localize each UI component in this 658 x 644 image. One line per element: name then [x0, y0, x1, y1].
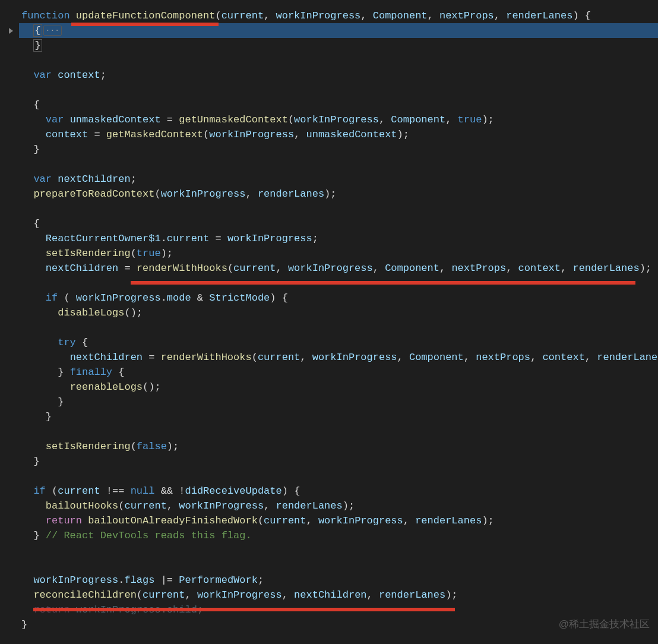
brace-close: }: [33, 530, 39, 541]
line-content[interactable]: [19, 53, 658, 68]
line-content[interactable]: reconcileChildren(current, workInProgres…: [19, 588, 658, 602]
indent: [21, 218, 33, 229]
line-content[interactable]: prepareToReadContext(workInProgress, ren…: [19, 187, 658, 201]
code-line[interactable]: if (current !== null && !didReceiveUpdat…: [0, 484, 658, 498]
line-content[interactable]: [19, 320, 658, 335]
line-content[interactable]: nextChildren = renderWithHooks(current, …: [19, 261, 658, 276]
code-line[interactable]: [0, 201, 658, 216]
code-line[interactable]: nextChildren = renderWithHooks(current, …: [0, 261, 658, 276]
line-content[interactable]: setIsRendering(true);: [19, 246, 658, 261]
line-content[interactable]: nextChildren = renderWithHooks(current, …: [19, 350, 658, 365]
code-line[interactable]: setIsRendering(false);: [0, 439, 658, 454]
code-line[interactable]: return bailoutOnAlreadyFinishedWork(curr…: [0, 513, 658, 528]
space: [112, 367, 118, 378]
gutter: [0, 305, 19, 320]
code-line[interactable]: workInProgress.flags |= PerformedWork;: [0, 573, 658, 588]
line-content[interactable]: }: [19, 142, 658, 157]
code-line[interactable]: [0, 157, 658, 172]
line-content[interactable]: {: [19, 97, 658, 112]
line-content[interactable]: function updateFunctionComponent(current…: [19, 8, 658, 23]
gutter: [0, 558, 19, 573]
line-content[interactable]: }: [19, 409, 658, 424]
code-line[interactable]: [0, 558, 658, 573]
line-content[interactable]: }: [19, 38, 658, 53]
code-line[interactable]: [0, 83, 658, 97]
line-content[interactable]: {: [19, 216, 658, 231]
fold-caret-icon[interactable]: [0, 23, 19, 38]
code-line[interactable]: [0, 469, 658, 484]
code-line[interactable]: [0, 320, 658, 335]
line-content[interactable]: [19, 558, 658, 573]
code-line[interactable]: setIsRendering(true);: [0, 246, 658, 261]
line-content[interactable]: if (current !== null && !didReceiveUpdat…: [19, 484, 658, 498]
arg: current: [143, 589, 185, 601]
line-content[interactable]: var context;: [19, 68, 658, 83]
arg: context: [542, 352, 584, 363]
line-content[interactable]: }: [19, 394, 658, 409]
code-line[interactable]: if ( workInProgress.mode & StrictMode) {: [0, 291, 658, 305]
code-line[interactable]: [0, 424, 658, 439]
gutter: [0, 97, 19, 112]
line-content[interactable]: workInProgress.flags |= PerformedWork;: [19, 573, 658, 588]
line-content[interactable]: [19, 83, 658, 97]
code-line[interactable]: nextChildren = renderWithHooks(current, …: [0, 350, 658, 365]
line-content[interactable]: context = getMaskedContext(workInProgres…: [19, 127, 658, 142]
gutter: [0, 335, 19, 350]
fold-indicator-icon[interactable]: ···: [43, 26, 62, 36]
code-line[interactable]: }: [0, 38, 658, 53]
code-line[interactable]: var context;: [0, 68, 658, 83]
code-line[interactable]: ReactCurrentOwner$1.current = workInProg…: [0, 231, 658, 246]
code-line[interactable]: try {: [0, 335, 658, 350]
line-content[interactable]: } finally {: [19, 365, 658, 380]
code-block[interactable]: function updateFunctionComponent(current…: [0, 8, 658, 632]
line-content[interactable]: var unmaskedContext = getUnmaskedContext…: [19, 112, 658, 127]
code-line[interactable]: var nextChildren;: [0, 172, 658, 187]
code-line[interactable]: } finally {: [0, 365, 658, 380]
indent: [21, 70, 33, 81]
code-line[interactable]: }: [0, 142, 658, 157]
code-line[interactable]: }: [0, 454, 658, 469]
gutter: [0, 602, 19, 617]
line-content[interactable]: var nextChildren;: [19, 172, 658, 187]
indent: [21, 589, 33, 601]
gutter: [0, 454, 19, 469]
code-line[interactable]: [0, 53, 658, 68]
code-line[interactable]: reconcileChildren(current, workInProgres…: [0, 588, 658, 602]
comma: ,: [360, 10, 372, 21]
line-content[interactable]: [19, 543, 658, 558]
line-content[interactable]: [19, 201, 658, 216]
line-content[interactable]: [19, 424, 658, 439]
line-content[interactable]: return bailoutOnAlreadyFinishedWork(curr…: [19, 513, 658, 528]
line-content[interactable]: [19, 469, 658, 484]
code-line[interactable]: }: [0, 409, 658, 424]
code-line[interactable]: function updateFunctionComponent(current…: [0, 8, 658, 23]
line-content[interactable]: }: [19, 454, 658, 469]
line-content[interactable]: try {: [19, 335, 658, 350]
code-line[interactable]: prepareToReadContext(workInProgress, ren…: [0, 187, 658, 201]
code-line[interactable]: } // React DevTools reads this flag.: [0, 528, 658, 543]
gutter: [0, 142, 19, 157]
line-content[interactable]: } // React DevTools reads this flag.: [19, 528, 658, 543]
comma: ,: [494, 10, 506, 21]
code-line[interactable]: var unmaskedContext = getUnmaskedContext…: [0, 112, 658, 127]
code-line[interactable]: bailoutHooks(current, workInProgress, re…: [0, 498, 658, 513]
paren-close: ): [445, 589, 451, 601]
var-name: nextChildren: [58, 173, 130, 185]
code-line[interactable]: reenableLogs();: [0, 380, 658, 394]
code-line[interactable]: {: [0, 216, 658, 231]
code-editor[interactable]: function updateFunctionComponent(current…: [0, 0, 658, 644]
code-line[interactable]: [0, 543, 658, 558]
code-line[interactable]: disableLogs();: [0, 305, 658, 320]
line-content[interactable]: setIsRendering(false);: [19, 439, 658, 454]
code-line[interactable]: {: [0, 97, 658, 112]
fn-call: disableLogs: [58, 307, 124, 318]
line-content[interactable]: if ( workInProgress.mode & StrictMode) {: [19, 291, 658, 305]
annotation-underline: [33, 608, 455, 611]
line-content[interactable]: ReactCurrentOwner$1.current = workInProg…: [19, 231, 658, 246]
line-content[interactable]: reenableLogs();: [19, 380, 658, 394]
code-line[interactable]: }: [0, 394, 658, 409]
line-content[interactable]: [19, 157, 658, 172]
line-content[interactable]: bailoutHooks(current, workInProgress, re…: [19, 498, 658, 513]
code-line[interactable]: context = getMaskedContext(workInProgres…: [0, 127, 658, 142]
line-content[interactable]: disableLogs();: [19, 305, 658, 320]
